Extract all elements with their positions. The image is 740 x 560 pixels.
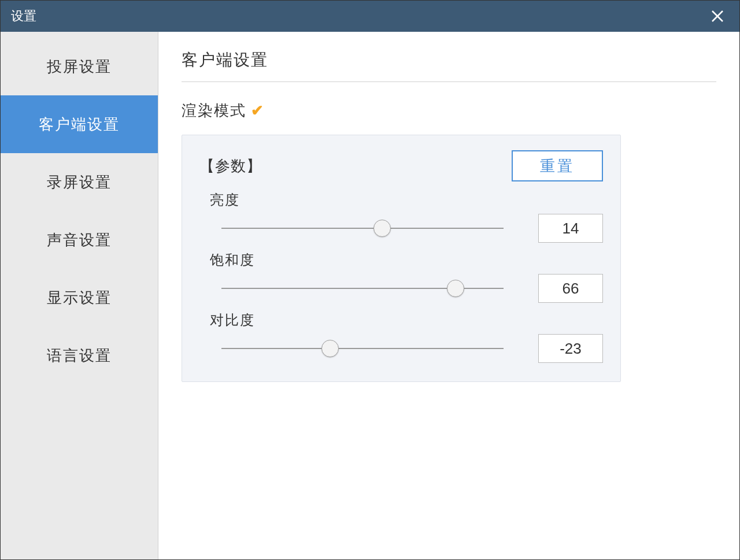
contrast-slider[interactable] bbox=[221, 338, 504, 359]
sidebar-item-label: 显示设置 bbox=[47, 288, 112, 308]
slider-row-brightness: 亮度 bbox=[199, 191, 603, 243]
slider-row-contrast: 对比度 bbox=[199, 311, 603, 363]
slider-thumb[interactable] bbox=[447, 280, 464, 297]
window-title: 设置 bbox=[11, 8, 36, 25]
sidebar-item-display-settings[interactable]: 显示设置 bbox=[1, 269, 158, 327]
page-title: 客户端设置 bbox=[182, 49, 716, 82]
sidebar-item-label: 客户端设置 bbox=[39, 114, 120, 135]
sidebar-item-label: 语言设置 bbox=[47, 346, 112, 366]
sidebar-item-label: 录屏设置 bbox=[47, 172, 112, 192]
sidebar: 投屏设置 客户端设置 录屏设置 声音设置 显示设置 语言设置 bbox=[1, 32, 158, 559]
close-button[interactable] bbox=[706, 5, 729, 28]
sidebar-item-label: 声音设置 bbox=[47, 230, 112, 250]
close-icon bbox=[711, 9, 724, 23]
brightness-slider[interactable] bbox=[221, 218, 504, 239]
slider-thumb[interactable] bbox=[321, 340, 339, 357]
brightness-value-input[interactable] bbox=[538, 214, 603, 243]
sidebar-item-record-settings[interactable]: 录屏设置 bbox=[1, 153, 158, 211]
main-container: 投屏设置 客户端设置 录屏设置 声音设置 显示设置 语言设置 客户端设置 渲染模… bbox=[1, 32, 739, 559]
slider-controls bbox=[199, 334, 603, 363]
params-panel: 【参数】 重置 亮度 饱和度 bbox=[182, 135, 621, 382]
params-label: 【参数】 bbox=[199, 156, 262, 176]
slider-label: 饱和度 bbox=[210, 251, 603, 269]
slider-label: 亮度 bbox=[210, 191, 603, 209]
slider-row-saturation: 饱和度 bbox=[199, 251, 603, 303]
contrast-value-input[interactable] bbox=[538, 334, 603, 363]
slider-track bbox=[221, 348, 504, 349]
sidebar-item-language-settings[interactable]: 语言设置 bbox=[1, 327, 158, 384]
reset-button[interactable]: 重置 bbox=[512, 150, 603, 181]
slider-thumb[interactable] bbox=[373, 220, 391, 237]
saturation-value-input[interactable] bbox=[538, 274, 603, 303]
sidebar-item-label: 投屏设置 bbox=[47, 57, 112, 77]
titlebar: 设置 bbox=[1, 1, 739, 32]
sidebar-item-sound-settings[interactable]: 声音设置 bbox=[1, 211, 158, 269]
render-mode-header: 渲染模式 ✔ bbox=[182, 101, 716, 121]
slider-controls bbox=[199, 274, 603, 303]
params-header: 【参数】 重置 bbox=[199, 150, 603, 181]
check-icon: ✔ bbox=[251, 102, 265, 120]
slider-label: 对比度 bbox=[210, 311, 603, 329]
slider-track bbox=[221, 228, 504, 229]
slider-controls bbox=[199, 214, 603, 243]
saturation-slider[interactable] bbox=[221, 278, 504, 299]
sidebar-item-client-settings[interactable]: 客户端设置 bbox=[1, 95, 158, 153]
render-mode-label: 渲染模式 bbox=[182, 101, 246, 121]
sidebar-item-cast-settings[interactable]: 投屏设置 bbox=[1, 38, 158, 95]
content-area: 客户端设置 渲染模式 ✔ 【参数】 重置 亮度 饱 bbox=[158, 32, 739, 559]
